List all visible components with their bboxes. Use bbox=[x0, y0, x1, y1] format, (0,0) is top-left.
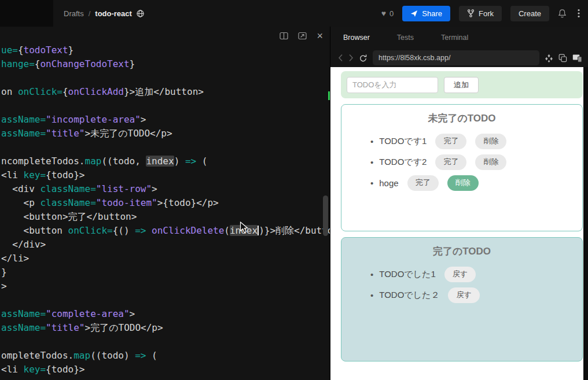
code-token: onClickDelete bbox=[152, 225, 224, 236]
code-line bbox=[1, 335, 330, 349]
code-line: assName="incomplete-area"> bbox=[1, 113, 330, 127]
code-token: )}>削除</butto bbox=[259, 225, 330, 236]
forward-icon[interactable] bbox=[348, 54, 354, 62]
top-bar: Drafts / todo-react ♥ 0 Share Fork Creat… bbox=[0, 0, 588, 27]
code-token: key= bbox=[24, 364, 46, 375]
code-line: <button>完了</button> bbox=[1, 210, 330, 224]
tab-terminal[interactable]: Terminal bbox=[441, 34, 468, 42]
code-line: } bbox=[1, 265, 330, 279]
done-row: •TODOでした1戻す bbox=[370, 264, 582, 285]
code-token: map bbox=[74, 350, 90, 361]
code-line bbox=[1, 141, 330, 154]
url-bar: https://8l58xk.csb.app/ bbox=[330, 49, 588, 67]
preview-panel: BrowserTestsTerminal https://8l58xk.csb.… bbox=[330, 27, 588, 380]
code-token: assName= bbox=[1, 128, 46, 139]
devices-icon[interactable] bbox=[572, 54, 582, 62]
back-icon[interactable] bbox=[338, 54, 343, 62]
restore-button[interactable]: 戻す bbox=[444, 267, 476, 282]
code-token: > bbox=[141, 114, 146, 125]
code-token: ompleteTodos. bbox=[1, 350, 74, 361]
code-token: {todo}> bbox=[46, 169, 84, 180]
bullet: • bbox=[370, 290, 373, 300]
tab-browser[interactable]: Browser bbox=[343, 34, 370, 42]
delete-button[interactable]: 削除 bbox=[475, 134, 506, 149]
share-icon bbox=[410, 10, 418, 17]
code-token: key= bbox=[24, 169, 46, 180]
editor-scrollbar[interactable] bbox=[323, 195, 328, 236]
breadcrumb-project[interactable]: todo-react bbox=[95, 9, 132, 18]
code-line: > bbox=[1, 279, 330, 293]
delete-button[interactable]: 削除 bbox=[447, 175, 479, 191]
url-input[interactable]: https://8l58xk.csb.app/ bbox=[373, 50, 539, 65]
top-actions: ♥ 0 Share Fork Create bbox=[381, 6, 582, 21]
code-token: onChangeTodoText bbox=[40, 58, 129, 69]
mouse-cursor bbox=[240, 222, 248, 234]
todo-row: •hoge完了削除 bbox=[370, 172, 582, 193]
fork-label: Fork bbox=[479, 9, 494, 18]
refresh-icon[interactable] bbox=[359, 54, 368, 62]
share-button[interactable]: Share bbox=[402, 6, 450, 21]
todo-input-area: 追加 bbox=[341, 71, 583, 98]
code-line: <p className="todo-item">{todo}</p> bbox=[1, 196, 330, 210]
code-line: assName="title">完了のTODO</p> bbox=[1, 321, 330, 335]
todo-text: hoge bbox=[379, 178, 398, 188]
restore-button[interactable]: 戻す bbox=[448, 287, 479, 303]
breadcrumb-folder[interactable]: Drafts bbox=[64, 9, 84, 18]
code-line: <div className="list-row"> bbox=[1, 182, 330, 196]
more-menu-icon[interactable] bbox=[575, 9, 582, 18]
add-todo-button[interactable]: 追加 bbox=[444, 77, 479, 93]
code-token: assName= bbox=[1, 114, 46, 125]
code-token: >完了のTODO</p> bbox=[85, 322, 163, 333]
delete-button[interactable]: 削除 bbox=[475, 154, 506, 170]
complete-area: 完了のTODO •TODOでした1戻す•TODOでした２戻す bbox=[341, 237, 583, 361]
preview-actions-icon[interactable] bbox=[545, 54, 553, 62]
code-token: map bbox=[85, 156, 102, 167]
notifications-bell-icon[interactable] bbox=[558, 9, 567, 18]
code-line: on onClick={onClickAdd}>追加</button> bbox=[1, 85, 330, 99]
likes[interactable]: ♥ 0 bbox=[381, 9, 394, 18]
code-token: "incomplete-area" bbox=[46, 114, 141, 125]
code-line: ue={todoText} bbox=[1, 43, 330, 57]
code-token: ( bbox=[146, 350, 157, 361]
code-token: ) bbox=[174, 156, 185, 167]
code-token: => bbox=[135, 350, 146, 361]
code-token: "complete-area" bbox=[46, 308, 130, 319]
breadcrumb: Drafts / todo-react bbox=[64, 9, 144, 18]
tab-tests[interactable]: Tests bbox=[397, 34, 414, 42]
code-line: assName="title">未完了のTODO</p> bbox=[1, 127, 330, 141]
bullet: • bbox=[370, 136, 373, 146]
close-icon[interactable]: × bbox=[317, 32, 323, 40]
code-token: onClick= bbox=[18, 86, 63, 97]
code-token: } bbox=[68, 45, 74, 56]
code-lines[interactable]: ue={todoText}hange={onChangeTodoText}on … bbox=[1, 43, 330, 380]
complete-button[interactable]: 完了 bbox=[435, 134, 466, 149]
create-label: Create bbox=[519, 9, 541, 18]
complete-button[interactable]: 完了 bbox=[435, 154, 466, 170]
preview-tabs: BrowserTestsTerminal bbox=[330, 27, 588, 49]
browser-viewport: 追加 未完了のTODO •TODOです1完了削除•TODOです2完了削除•hog… bbox=[330, 67, 584, 380]
share-label: Share bbox=[422, 9, 442, 18]
create-button[interactable]: Create bbox=[510, 6, 549, 21]
incomplete-title: 未完了のTODO bbox=[341, 112, 582, 125]
code-token: "todo-item" bbox=[96, 197, 157, 208]
code-token: assName= bbox=[1, 308, 46, 319]
code-line: <li key={todo}> bbox=[1, 168, 330, 182]
todo-text: TODOです2 bbox=[379, 157, 427, 168]
code-token: className= bbox=[40, 183, 95, 194]
code-token: onClick= bbox=[68, 225, 113, 236]
code-token: ( bbox=[196, 156, 207, 167]
code-token: hange= bbox=[1, 58, 35, 69]
complete-button[interactable]: 完了 bbox=[407, 175, 439, 191]
code-token: { bbox=[18, 45, 24, 56]
code-editor[interactable]: × ue={todoText}hange={onChangeTodoText}o… bbox=[0, 27, 330, 380]
todo-input[interactable] bbox=[347, 77, 438, 93]
code-token: ((todo, bbox=[101, 156, 146, 167]
popout-icon[interactable] bbox=[298, 32, 307, 40]
code-token: >{todo}</p> bbox=[157, 197, 219, 208]
code-token: => bbox=[135, 225, 146, 236]
complete-title: 完了のTODO bbox=[341, 245, 582, 258]
split-preview-icon[interactable] bbox=[558, 54, 567, 62]
code-token: } bbox=[130, 58, 135, 69]
split-view-icon[interactable] bbox=[280, 32, 288, 40]
fork-button[interactable]: Fork bbox=[459, 6, 502, 21]
